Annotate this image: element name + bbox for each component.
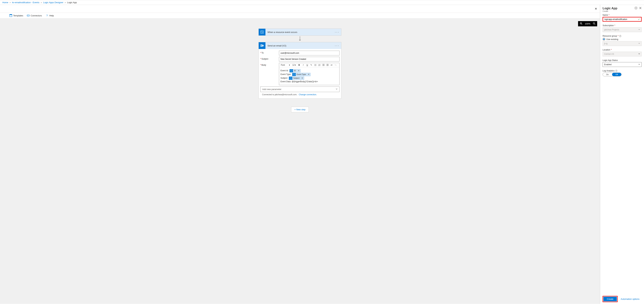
panel-title: Logic App	[602, 6, 617, 10]
svg-point-20	[314, 65, 315, 65]
restore-icon[interactable]	[634, 6, 637, 9]
info-icon[interactable]	[619, 35, 621, 37]
event-grid-icon	[289, 77, 292, 80]
help-button[interactable]: ? Help	[46, 14, 54, 17]
location-label: Location *	[602, 49, 642, 51]
font-select[interactable]: Font ▾	[280, 63, 291, 66]
zoom-out-icon[interactable]	[593, 22, 596, 25]
templates-label: Templates	[13, 14, 23, 17]
chevron-right-icon: >	[65, 1, 66, 3]
chevron-down-icon	[336, 88, 338, 90]
breadcrumb-current: Logic App	[67, 1, 77, 4]
chevron-down-icon	[638, 42, 640, 45]
designer-canvas[interactable]: 100% When a resource event occurs · · ·	[0, 18, 600, 304]
unlink-icon[interactable]	[334, 63, 337, 66]
action-header[interactable]: Send an email (V2) · · ·	[259, 42, 341, 49]
svg-rect-1	[10, 14, 12, 15]
automation-options-link[interactable]: Automation options	[621, 298, 640, 300]
templates-icon	[10, 14, 12, 17]
size-select[interactable]: 12 ▾	[292, 63, 296, 66]
number-list-icon[interactable]: 123	[318, 63, 321, 66]
chevron-down-icon	[638, 63, 640, 66]
pencil-icon[interactable]: ✎	[310, 63, 313, 66]
log-analytics-toggle[interactable]: On Off	[602, 73, 622, 76]
breadcrumb-designer[interactable]: Logic Apps Designer	[43, 1, 63, 4]
svg-point-4	[28, 15, 29, 16]
resource-group-select[interactable]: jl-rg	[602, 41, 642, 46]
new-step-button[interactable]: + New step	[291, 107, 308, 112]
svg-point-18	[314, 64, 315, 64]
event-grid-icon	[259, 29, 266, 35]
svg-rect-41	[635, 7, 637, 9]
add-parameter-dropdown[interactable]: Add new parameter	[260, 86, 340, 92]
chevron-down-icon	[638, 53, 640, 55]
zoom-in-icon[interactable]	[580, 22, 582, 25]
token-id[interactable]: ID ✕	[290, 69, 300, 72]
indent-icon[interactable]	[326, 63, 329, 66]
more-icon[interactable]: · · ·	[332, 31, 341, 33]
status-select[interactable]: Enabled	[602, 62, 642, 67]
subject-label: *Subject	[260, 57, 279, 60]
create-panel: Logic App Create Name * ✓ Subscription *	[600, 5, 644, 304]
breadcrumb-home[interactable]: Home	[2, 1, 8, 4]
svg-line-11	[595, 24, 595, 25]
body-editor[interactable]: Event Id: ID ✕ Event Type:	[279, 67, 340, 85]
svg-rect-40	[290, 77, 291, 79]
subscription-select[interactable]: jalichwa Projects	[602, 27, 642, 32]
body-label: *Body	[260, 63, 279, 66]
token-remove-icon[interactable]: ✕	[297, 69, 300, 72]
close-icon[interactable]: ✕	[594, 6, 598, 11]
name-input[interactable]	[602, 17, 642, 22]
status-label: Logic App Status	[602, 59, 642, 61]
breadcrumb-resource[interactable]: kv-emailnotification - Events	[12, 1, 40, 4]
rte-toolbar: Font ▾ 12 ▾ B I U ✎	[279, 63, 340, 67]
svg-line-7	[582, 24, 582, 25]
info-icon[interactable]	[615, 70, 618, 72]
chevron-right-icon: >	[10, 1, 11, 3]
token-event-type[interactable]: Event Type ✕	[292, 73, 311, 76]
chevron-down-icon	[638, 28, 640, 31]
link-icon[interactable]	[330, 63, 333, 66]
more-icon[interactable]: · · ·	[332, 44, 341, 47]
svg-rect-17	[262, 45, 264, 46]
italic-icon[interactable]: I	[302, 63, 305, 66]
outdent-icon[interactable]	[322, 63, 325, 66]
name-label: Name *	[602, 14, 642, 16]
svg-text:3: 3	[318, 65, 319, 66]
arrow-down-icon	[258, 36, 341, 42]
svg-rect-2	[27, 15, 30, 16]
bullet-list-icon[interactable]	[314, 63, 317, 66]
token-remove-icon[interactable]: ✕	[300, 77, 304, 80]
chevron-right-icon: >	[41, 1, 42, 3]
use-existing-radio[interactable]: Use existing	[602, 38, 642, 40]
resource-group-label: Resource group *	[602, 35, 642, 37]
connection-info: Connected to jalichwa@microsoft.com. Cha…	[260, 92, 340, 97]
svg-rect-39	[293, 74, 295, 75]
connectors-label: Connectors	[30, 14, 42, 17]
bold-icon[interactable]: B	[298, 63, 300, 66]
chevron-down-icon: ▾	[289, 64, 290, 66]
body-line3-label: Subject:	[280, 77, 288, 79]
trigger-card[interactable]: When a resource event occurs · · ·	[258, 28, 341, 36]
underline-icon[interactable]: U	[306, 63, 309, 66]
designer-toolbar: Templates Connectors ? Help	[0, 13, 600, 18]
action-card: Send an email (V2) · · · *To *Subject	[258, 42, 341, 99]
create-button[interactable]: Create	[604, 297, 617, 301]
change-connection-link[interactable]: Change connection.	[299, 93, 317, 96]
templates-button[interactable]: Templates	[10, 14, 23, 17]
connectors-button[interactable]: Connectors	[27, 14, 42, 17]
log-analytics-label: Log Analytics	[602, 70, 642, 72]
token-subject[interactable]: Subject ✕	[289, 76, 304, 80]
outlook-icon	[259, 42, 266, 49]
location-select[interactable]: Central US	[602, 52, 642, 56]
panel-subtitle: Create	[602, 10, 617, 12]
event-grid-icon	[292, 73, 296, 76]
subject-input[interactable]	[279, 57, 340, 61]
svg-point-3	[28, 15, 28, 16]
close-icon[interactable]	[639, 6, 642, 9]
check-icon: ✓	[638, 18, 640, 20]
token-remove-icon[interactable]: ✕	[307, 73, 310, 76]
toggle-on: On	[603, 73, 612, 76]
zoom-level: 100%	[585, 22, 590, 25]
to-input[interactable]	[279, 51, 340, 55]
